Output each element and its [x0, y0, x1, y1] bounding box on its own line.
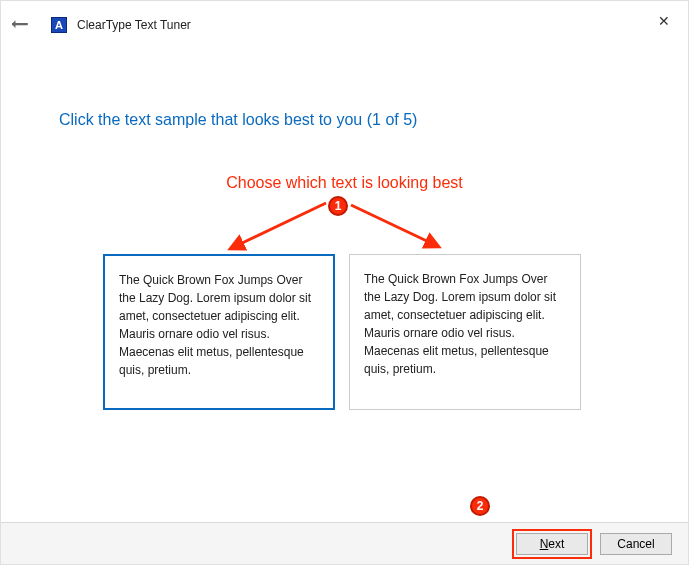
dialog-footer: Next Cancel [1, 522, 688, 564]
next-button-highlight: Next [512, 529, 592, 559]
app-icon: A [51, 17, 67, 33]
next-button[interactable]: Next [516, 533, 588, 555]
text-sample-left[interactable]: The Quick Brown Fox Jumps Over the Lazy … [103, 254, 335, 410]
page-instruction: Click the text sample that looks best to… [59, 111, 688, 129]
svg-line-1 [238, 203, 326, 245]
window-title: ClearType Text Tuner [77, 18, 191, 32]
close-icon[interactable]: ✕ [658, 13, 670, 29]
svg-line-2 [351, 205, 431, 243]
text-samples: The Quick Brown Fox Jumps Over the Lazy … [103, 254, 581, 410]
annotation-text: Choose which text is looking best [1, 174, 688, 192]
next-button-hotkey: N [540, 537, 549, 551]
text-sample-right[interactable]: The Quick Brown Fox Jumps Over the Lazy … [349, 254, 581, 410]
annotation-marker-2: 2 [470, 496, 490, 516]
back-arrow-icon[interactable]: 🠔 [11, 15, 29, 36]
cancel-button[interactable]: Cancel [600, 533, 672, 555]
annotation-marker-1: 1 [328, 196, 348, 216]
next-button-rest: ext [548, 537, 564, 551]
title-bar: 🠔 A ClearType Text Tuner [1, 1, 688, 41]
